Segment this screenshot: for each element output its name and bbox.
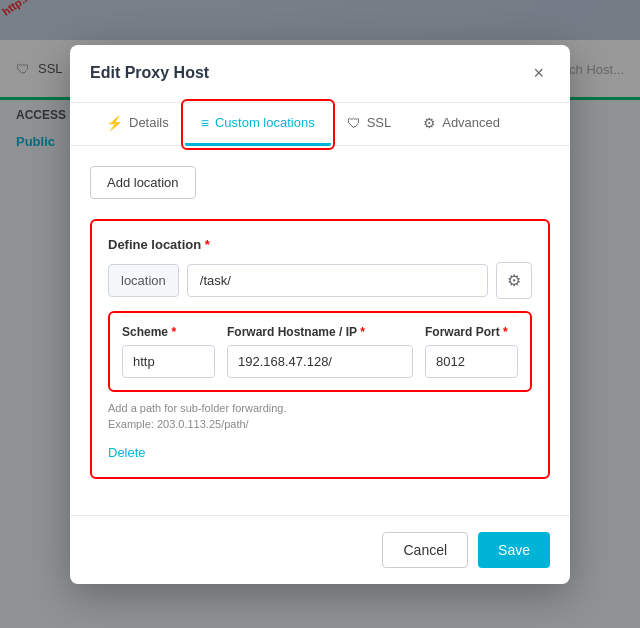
location-prefix: location bbox=[108, 264, 179, 297]
custom-locations-icon: ≡ bbox=[201, 115, 209, 131]
hostname-input[interactable] bbox=[227, 345, 413, 378]
ssl-tab-icon: 🛡 bbox=[347, 115, 361, 131]
tab-advanced[interactable]: ⚙ Advanced bbox=[407, 103, 516, 146]
close-button[interactable]: × bbox=[527, 61, 550, 86]
location-input-row: location ⚙ bbox=[108, 262, 532, 299]
fields-row: Scheme * Forward Hostname / IP * bbox=[122, 325, 518, 378]
location-path-input[interactable] bbox=[187, 264, 488, 297]
save-button[interactable]: Save bbox=[478, 532, 550, 568]
add-location-button[interactable]: Add location bbox=[90, 166, 196, 199]
scheme-input[interactable] bbox=[122, 345, 215, 378]
modal: Edit Proxy Host × ⚡ Details ≡ Custom loc… bbox=[70, 45, 570, 584]
define-location-section: Define location * location ⚙ Scheme bbox=[90, 219, 550, 479]
tab-ssl[interactable]: 🛡 SSL bbox=[331, 103, 408, 146]
modal-tabs: ⚡ Details ≡ Custom locations 🛡 SSL ⚙ Adv… bbox=[70, 103, 570, 146]
hint-text: Add a path for sub-folder forwarding. Ex… bbox=[108, 400, 532, 433]
details-icon: ⚡ bbox=[106, 115, 123, 131]
gear-button[interactable]: ⚙ bbox=[496, 262, 532, 299]
modal-overlay: Edit Proxy Host × ⚡ Details ≡ Custom loc… bbox=[0, 0, 640, 628]
cancel-button[interactable]: Cancel bbox=[382, 532, 468, 568]
delete-link[interactable]: Delete bbox=[108, 445, 146, 460]
required-star: * bbox=[205, 237, 210, 252]
advanced-icon: ⚙ bbox=[423, 115, 436, 131]
scheme-group: Scheme * bbox=[122, 325, 215, 378]
port-label: Forward Port * bbox=[425, 325, 518, 339]
tab-details[interactable]: ⚡ Details bbox=[90, 103, 185, 146]
tab-ssl-label: SSL bbox=[367, 115, 392, 130]
modal-title: Edit Proxy Host bbox=[90, 64, 209, 82]
tab-details-label: Details bbox=[129, 115, 169, 130]
port-input[interactable] bbox=[425, 345, 518, 378]
tab-custom-locations-label: Custom locations bbox=[215, 115, 315, 130]
hostname-group: Forward Hostname / IP * bbox=[227, 325, 413, 378]
scheme-label: Scheme * bbox=[122, 325, 215, 339]
modal-body: Add location Define location * location … bbox=[70, 146, 570, 515]
port-group: Forward Port * bbox=[425, 325, 518, 378]
modal-footer: Cancel Save bbox=[70, 515, 570, 584]
tab-advanced-label: Advanced bbox=[442, 115, 500, 130]
define-location-label: Define location * bbox=[108, 237, 532, 252]
hostname-label: Forward Hostname / IP * bbox=[227, 325, 413, 339]
tab-custom-locations[interactable]: ≡ Custom locations bbox=[185, 103, 331, 146]
connection-fields-section: Scheme * Forward Hostname / IP * bbox=[108, 311, 532, 392]
modal-header: Edit Proxy Host × bbox=[70, 45, 570, 103]
